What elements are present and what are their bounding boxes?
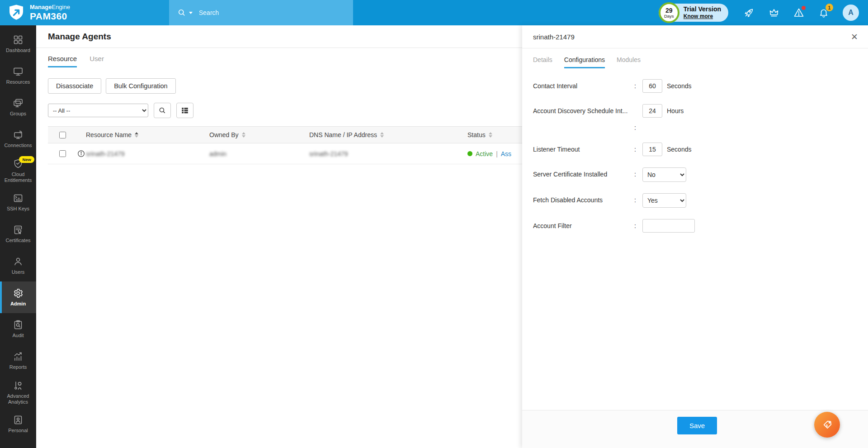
trial-version-badge[interactable]: 29 Days Trial Version Know more [659, 4, 728, 22]
certificates-icon [13, 224, 24, 235]
license-crown-icon[interactable] [768, 7, 780, 19]
dns-cell: srinath-21479 [309, 150, 348, 157]
sidebar-item-certificates[interactable]: Certificates [0, 218, 36, 250]
ssh-keys-icon: SSH [13, 193, 24, 204]
unit-label: Hours [667, 107, 684, 114]
account-filter-input[interactable] [642, 219, 695, 233]
pam360-shield-icon [7, 3, 25, 22]
filter-select[interactable]: -- All -- [48, 104, 148, 117]
fetch-disabled-accounts-select[interactable]: Yes [642, 193, 686, 208]
know-more-link[interactable]: Know more [684, 13, 721, 20]
status-separator: | [496, 150, 498, 157]
status-dot [467, 151, 472, 156]
tab-modules[interactable]: Modules [617, 56, 641, 68]
column-chooser-button[interactable] [176, 103, 193, 118]
trial-days-counter: 29 Days [659, 2, 679, 23]
unit-label: Seconds [667, 82, 691, 90]
unit-label: Seconds [667, 146, 691, 153]
select-all-checkbox[interactable] [59, 132, 66, 138]
search-input[interactable] [199, 9, 326, 16]
sort-icon[interactable] [135, 132, 138, 138]
sidebar-item-audit[interactable]: Audit [0, 313, 36, 345]
status-badge: Active [476, 150, 493, 157]
bulk-configuration-button[interactable]: Bulk Configuration [106, 78, 176, 94]
price-tag-icon: $ [821, 419, 833, 431]
new-badge: New [19, 156, 34, 163]
field-fetch-disabled-accounts: Fetch Disabled Accounts : Yes [533, 193, 857, 208]
sort-icon[interactable] [489, 132, 492, 138]
col-status[interactable]: Status [467, 131, 486, 138]
brand-logo[interactable]: ManageEngine PAM360 [0, 0, 169, 25]
alert-dot-badge [802, 6, 806, 10]
server-certificate-select[interactable]: No [642, 167, 686, 182]
search-scope-caret-icon[interactable] [189, 12, 193, 14]
sidebar-item-connections[interactable]: Connections [0, 123, 36, 155]
save-button[interactable]: Save [677, 417, 717, 434]
trial-version-label: Trial Version [684, 5, 721, 14]
header-actions: 29 Days Trial Version Know more [353, 0, 868, 25]
close-icon[interactable]: ✕ [851, 33, 858, 41]
table-search-button[interactable] [154, 103, 171, 118]
reports-icon [13, 351, 24, 362]
pricing-tag-fab[interactable]: $ [814, 412, 840, 438]
global-search[interactable] [169, 0, 353, 25]
dashboard-icon [13, 34, 24, 45]
resources-icon [13, 66, 24, 77]
sidebar-item-admin[interactable]: Admin [0, 281, 36, 313]
resource-name-cell[interactable]: srinath-21479 [86, 150, 125, 157]
search-icon [177, 8, 186, 17]
whats-new-rocket-icon[interactable] [743, 7, 755, 19]
search-icon [158, 106, 166, 114]
col-resource-name[interactable]: Resource Name [86, 131, 132, 138]
panel-title: srinath-21479 [533, 33, 575, 41]
user-avatar[interactable]: A [843, 5, 859, 21]
tab-resource[interactable]: Resource [48, 55, 77, 67]
panel-footer: Save $ [522, 410, 868, 448]
sidebar-item-ssh-keys[interactable]: SSH SSH Keys [0, 186, 36, 218]
tab-user[interactable]: User [90, 55, 104, 67]
owned-by-cell: admin [209, 150, 226, 157]
users-icon [13, 256, 24, 267]
info-icon[interactable] [77, 149, 85, 158]
field-contact-interval: Contact Interval : Seconds [533, 79, 857, 93]
audit-icon [13, 319, 24, 330]
status-action-link[interactable]: Ass [501, 150, 511, 157]
discovery-interval-input[interactable] [642, 104, 662, 118]
sort-icon[interactable] [242, 132, 245, 138]
brand-text: ManageEngine PAM360 [30, 4, 70, 21]
sidebar-item-personal[interactable]: Personal [0, 408, 36, 440]
configurations-form: Contact Interval : Seconds Account Disco… [522, 68, 868, 410]
tab-details[interactable]: Details [533, 56, 552, 68]
sidebar-item-reports[interactable]: Reports [0, 345, 36, 377]
analytics-icon [13, 380, 24, 391]
svg-text:$: $ [826, 423, 828, 427]
disassociate-button[interactable]: Disassociate [48, 78, 101, 94]
field-listener-timeout: Listener Timeout : Seconds [533, 143, 857, 156]
svg-text:SSH: SSH [16, 199, 21, 201]
page-title: Manage Agents [48, 32, 111, 42]
sidebar-item-cloud-entitlements[interactable]: New Cloud Entitlements [0, 155, 36, 186]
panel-tabs: Details Configurations Modules [522, 48, 868, 68]
row-checkbox[interactable] [59, 150, 66, 157]
sidebar-item-users[interactable]: Users [0, 250, 36, 281]
contact-interval-input[interactable] [642, 79, 662, 93]
left-sidebar: Dashboard Resources Groups Connections N… [0, 25, 36, 448]
sidebar-item-dashboard[interactable]: Dashboard [0, 28, 36, 60]
listener-timeout-input[interactable] [642, 143, 662, 156]
field-account-discovery-interval: Account Discovery Schedule Int... : Hour… [533, 104, 857, 131]
field-server-certificate: Server Certificate Installed : No [533, 167, 857, 182]
sidebar-item-groups[interactable]: Groups [0, 91, 36, 123]
gear-icon [13, 288, 24, 299]
field-account-filter: Account Filter : [533, 219, 857, 233]
tab-configurations[interactable]: Configurations [564, 56, 605, 68]
notifications-bell-icon[interactable]: 1 [818, 7, 830, 19]
notification-count-badge: 1 [826, 4, 833, 11]
col-dns-ip[interactable]: DNS Name / IP Address [309, 131, 377, 138]
list-view-icon [181, 106, 189, 114]
sort-icon[interactable] [380, 132, 384, 138]
col-owned-by[interactable]: Owned By [209, 131, 239, 138]
sidebar-item-resources[interactable]: Resources [0, 60, 36, 91]
sidebar-item-advanced-analytics[interactable]: Advanced Analytics [0, 377, 36, 408]
panel-header: srinath-21479 ✕ [522, 25, 868, 48]
alerts-warning-icon[interactable] [793, 7, 805, 19]
